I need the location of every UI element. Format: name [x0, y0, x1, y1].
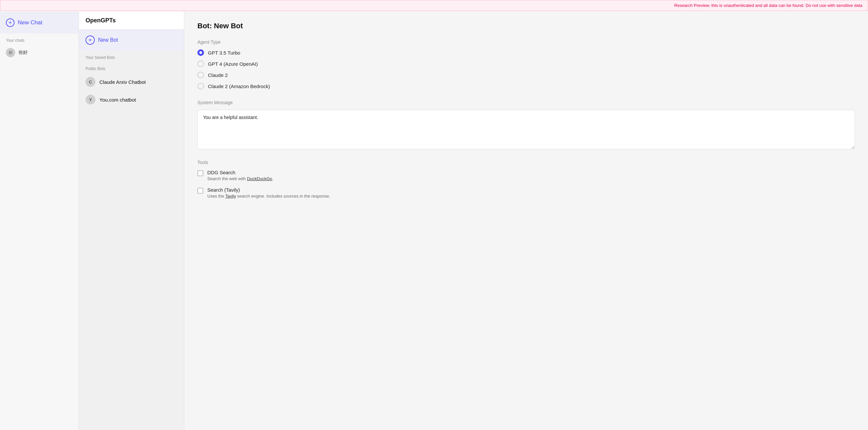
new-chat-button[interactable]: + New Chat [0, 12, 79, 34]
tool-item-ddg: DDG Search Search the web with DuckDuckG… [197, 170, 855, 181]
tool-tavily-desc-suffix: search engine. Includes sources in the r… [236, 194, 330, 199]
tool-tavily-desc-prefix: Uses the [207, 194, 225, 199]
radio-claude2-bedrock[interactable]: Claude 2 (Amazon Bedrock) [197, 83, 855, 90]
bot-label-youcom: You.com chatbot [99, 97, 136, 103]
new-bot-plus-icon: + [86, 35, 95, 45]
tool-ddg-desc-suffix: . [272, 176, 273, 181]
tool-ddg-name: DDG Search [207, 170, 273, 175]
tool-tavily-name: Search (Tavily) [207, 187, 330, 193]
research-preview-banner: Research Preview: this is unauthenticate… [0, 0, 868, 11]
agent-type-radio-group: GPT 3.5 Turbo GPT 4 (Azure OpenAI) Claud… [197, 49, 855, 90]
bot-label-claude: Claude Arxiv Chatbot [99, 79, 146, 85]
new-bot-button[interactable]: + New Bot [79, 30, 184, 51]
tool-item-tavily: Search (Tavily) Uses the Tavily search e… [197, 187, 855, 199]
radio-gpt4[interactable]: GPT 4 (Azure OpenAI) [197, 61, 855, 67]
tool-tavily-info: Search (Tavily) Uses the Tavily search e… [207, 187, 330, 199]
system-message-label: System Message [197, 100, 855, 105]
new-chat-label: New Chat [18, 20, 42, 26]
radio-gpt35-circle [197, 49, 204, 56]
tool-ddg-info: DDG Search Search the web with DuckDuckG… [207, 170, 273, 181]
tool-tavily-checkbox[interactable] [197, 188, 203, 194]
your-saved-bots-label: Your Saved Bots [79, 51, 184, 62]
system-message-section: System Message [197, 100, 855, 151]
bot-avatar-youcom: Y [86, 95, 95, 104]
radio-gpt35[interactable]: GPT 3.5 Turbo [197, 49, 855, 56]
chat-avatar: 你 [6, 48, 15, 57]
sidebar: + New Chat Your chats 你 你好 [0, 12, 79, 430]
opengpts-title: OpenGPTs [79, 12, 184, 30]
public-bots-label: Public Bots [79, 62, 184, 73]
bot-item-youcom[interactable]: Y You.com chatbot [79, 91, 184, 108]
tool-ddg-link[interactable]: DuckDuckGo [247, 176, 273, 181]
tool-tavily-link[interactable]: Tavily [225, 194, 236, 199]
right-panel: Bot: New Bot Agent Type GPT 3.5 Turbo GP… [184, 12, 868, 430]
radio-gpt35-label: GPT 3.5 Turbo [208, 50, 240, 56]
middle-panel: OpenGPTs + New Bot Your Saved Bots Publi… [79, 12, 184, 430]
tool-ddg-desc-prefix: Search the web with [207, 176, 247, 181]
bot-item-claude[interactable]: C Claude Arxiv Chatbot [79, 73, 184, 91]
radio-claude2-circle [197, 72, 204, 78]
bot-avatar-claude: C [86, 77, 95, 87]
banner-text: Research Preview: this is unauthenticate… [674, 3, 862, 8]
tool-ddg-checkbox[interactable] [197, 170, 203, 176]
tool-tavily-desc: Uses the Tavily search engine. Includes … [207, 194, 330, 199]
system-message-textarea[interactable] [197, 110, 855, 149]
chat-item-nihao[interactable]: 你 你好 [0, 45, 79, 61]
new-bot-label: New Bot [98, 37, 118, 43]
radio-claude2-bedrock-label: Claude 2 (Amazon Bedrock) [208, 84, 270, 89]
agent-type-label: Agent Type [197, 39, 855, 45]
radio-claude2-label: Claude 2 [208, 72, 228, 78]
tool-ddg-desc: Search the web with DuckDuckGo. [207, 176, 273, 181]
radio-gpt4-circle [197, 61, 204, 67]
radio-claude2[interactable]: Claude 2 [197, 72, 855, 78]
chat-label: 你好 [19, 49, 28, 56]
tools-label: Tools [197, 160, 855, 165]
bot-title: Bot: New Bot [197, 22, 855, 30]
tools-section: Tools DDG Search Search the web with Duc… [197, 160, 855, 199]
radio-gpt4-label: GPT 4 (Azure OpenAI) [208, 61, 258, 67]
radio-claude2-bedrock-circle [197, 83, 204, 90]
your-chats-label: Your chats [0, 34, 79, 45]
new-chat-plus-icon: + [6, 19, 14, 27]
